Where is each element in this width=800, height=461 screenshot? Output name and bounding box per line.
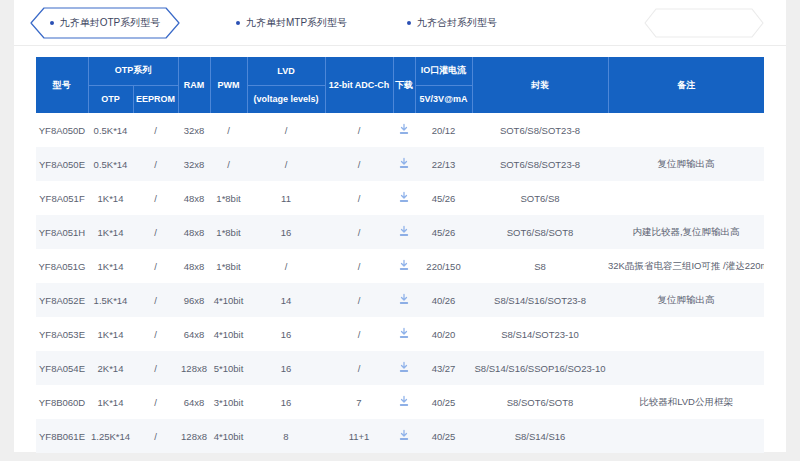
adc-cell: / <box>325 147 393 181</box>
package-cell: SOT6/S8/SOT23-8 <box>472 113 608 147</box>
package-cell: S8/S14/S16/SOT23-8 <box>472 283 608 317</box>
lvd-cell: 16 <box>247 351 325 385</box>
model-cell: YF8A053E <box>36 317 88 351</box>
model-cell: YF8A050E <box>36 147 88 181</box>
chip-spec-table: 型号 OTP系列 RAM PWM LVD 12-bit ADC-Ch 下载 IO… <box>36 57 764 453</box>
tab-combined-series[interactable]: 九齐合封系列型号 <box>403 7 501 39</box>
note-cell <box>608 181 764 215</box>
lvd-cell: / <box>247 147 325 181</box>
lvd-cell: 14 <box>247 283 325 317</box>
download-icon[interactable] <box>398 259 410 271</box>
note-cell <box>608 113 764 147</box>
io-cell: 20/12 <box>415 113 472 147</box>
tab-otp-series[interactable]: 九齐单封OTP系列型号 <box>30 7 180 39</box>
lvd-cell: / <box>247 113 325 147</box>
otp-cell: 2K*14 <box>88 351 133 385</box>
table-row: YF8A051H1K*14/48x81*8bit16/45/26SOT6/S8/… <box>36 215 764 249</box>
table-row: YF8A050E0.5K*14/32x8///22/13SOT6/S8/SOT2… <box>36 147 764 181</box>
package-cell: S8/SOT6/SOT8 <box>472 385 608 419</box>
ram-cell: 48x8 <box>178 215 210 249</box>
lvd-cell: 8 <box>247 419 325 453</box>
ram-cell: 32x8 <box>178 147 210 181</box>
model-cell: YF8A054E <box>36 351 88 385</box>
otp-cell: 1K*14 <box>88 249 133 283</box>
io-cell: 40/20 <box>415 317 472 351</box>
package-cell: S8/S14/S16/SSOP16/SO23-10 <box>472 351 608 385</box>
adc-cell: / <box>325 249 393 283</box>
pwm-cell: / <box>210 113 247 147</box>
pwm-cell: 4*10bit <box>210 419 247 453</box>
adc-cell: 7 <box>325 385 393 419</box>
adc-cell: / <box>325 113 393 147</box>
lvd-cell: / <box>247 249 325 283</box>
tab-mtp-series[interactable]: 九齐单封MTP系列型号 <box>232 7 351 39</box>
eeprom-cell: / <box>133 249 178 283</box>
table-container: 型号 OTP系列 RAM PWM LVD 12-bit ADC-Ch 下载 IO… <box>14 46 786 453</box>
download-icon[interactable] <box>398 361 410 373</box>
model-cell: YF8B060D <box>36 385 88 419</box>
download-icon[interactable] <box>398 395 410 407</box>
ram-cell: 48x8 <box>178 249 210 283</box>
download-icon[interactable] <box>398 225 410 237</box>
ram-cell: 48x8 <box>178 181 210 215</box>
tab-bullet-icon <box>407 21 411 25</box>
note-cell: 内建比较器,复位脚输出高 <box>608 215 764 249</box>
header-download: 下载 <box>393 57 415 113</box>
model-cell: YF8A052E <box>36 283 88 317</box>
eeprom-cell: / <box>133 419 178 453</box>
lvd-cell: 11 <box>247 181 325 215</box>
io-cell: 43/27 <box>415 351 472 385</box>
adc-cell: / <box>325 215 393 249</box>
header-eeprom: EEPROM <box>133 85 178 113</box>
decorative-hexagon-outline <box>644 8 764 38</box>
ram-cell: 64x8 <box>178 317 210 351</box>
eeprom-cell: / <box>133 181 178 215</box>
model-cell: YF8A051F <box>36 181 88 215</box>
ram-cell: 32x8 <box>178 113 210 147</box>
adc-cell: 11+1 <box>325 419 393 453</box>
pwm-cell: 1*8bit <box>210 215 247 249</box>
package-cell: S8/S14/SOT23-10 <box>472 317 608 351</box>
download-icon[interactable] <box>398 123 410 135</box>
package-cell: SOT6/S8/SOT8 <box>472 215 608 249</box>
table-row: YF8A051G1K*14/48x81*8bit//220/150S832K晶振… <box>36 249 764 283</box>
table-row: YF8A054E2K*14/128x85*10bit16/43/27S8/S14… <box>36 351 764 385</box>
otp-cell: 1K*14 <box>88 317 133 351</box>
io-cell: 40/26 <box>415 283 472 317</box>
io-cell: 220/150 <box>415 249 472 283</box>
note-cell <box>608 419 764 453</box>
package-cell: S8/S14/S16 <box>472 419 608 453</box>
otp-cell: 1.25K*14 <box>88 419 133 453</box>
lvd-cell: 16 <box>247 317 325 351</box>
pwm-cell: 1*8bit <box>210 249 247 283</box>
io-cell: 22/13 <box>415 147 472 181</box>
table-body: YF8A050D0.5K*14/32x8///20/12SOT6/S8/SOT2… <box>36 113 764 453</box>
header-model: 型号 <box>36 57 88 113</box>
download-icon[interactable] <box>398 157 410 169</box>
download-icon[interactable] <box>398 429 410 441</box>
pwm-cell: 5*10bit <box>210 351 247 385</box>
header-pwm: PWM <box>210 57 247 113</box>
ram-cell: 128x8 <box>178 351 210 385</box>
eeprom-cell: / <box>133 351 178 385</box>
otp-cell: 0.5K*14 <box>88 113 133 147</box>
download-cell <box>393 385 415 419</box>
download-cell <box>393 317 415 351</box>
download-cell <box>393 113 415 147</box>
otp-cell: 1.5K*14 <box>88 283 133 317</box>
otp-cell: 1K*14 <box>88 181 133 215</box>
model-cell: YF8A050D <box>36 113 88 147</box>
pwm-cell: 4*10bit <box>210 283 247 317</box>
download-icon[interactable] <box>398 293 410 305</box>
io-cell: 45/26 <box>415 215 472 249</box>
otp-cell: 1K*14 <box>88 385 133 419</box>
adc-cell: / <box>325 317 393 351</box>
download-cell <box>393 351 415 385</box>
io-cell: 45/26 <box>415 181 472 215</box>
package-cell: SOT6/S8 <box>472 181 608 215</box>
header-io-sub: 5V/3V@mA <box>415 85 472 113</box>
download-icon[interactable] <box>398 327 410 339</box>
download-icon[interactable] <box>398 191 410 203</box>
tab-bar: 九齐单封OTP系列型号 九齐单封MTP系列型号 九齐合封系列型号 <box>14 0 786 46</box>
eeprom-cell: / <box>133 385 178 419</box>
